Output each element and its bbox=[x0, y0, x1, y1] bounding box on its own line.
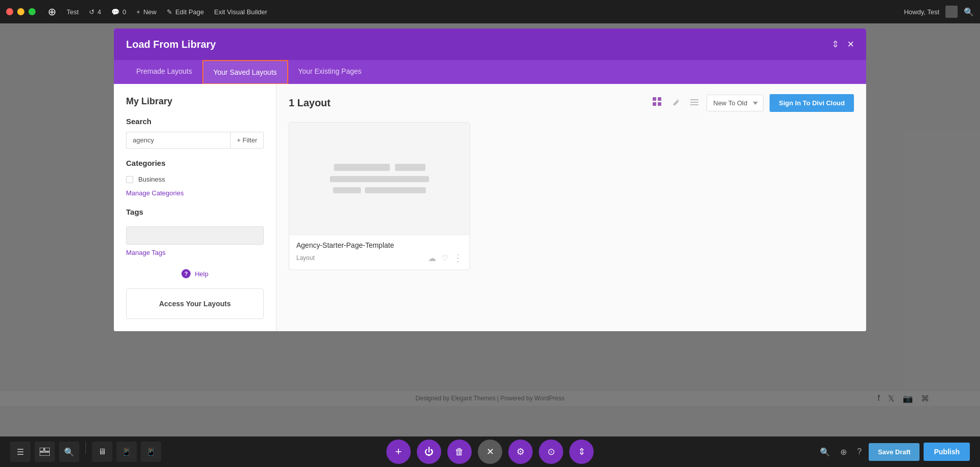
list-icon bbox=[690, 98, 698, 106]
grid-view-button[interactable] bbox=[651, 95, 664, 111]
hamburger-menu-button[interactable]: ☰ bbox=[10, 442, 30, 462]
tab-existing-pages[interactable]: Your Existing Pages bbox=[288, 60, 372, 84]
svg-rect-8 bbox=[45, 448, 50, 451]
new-label: New bbox=[143, 8, 157, 16]
preview-line-2 bbox=[395, 164, 425, 171]
search-elements-button[interactable]: 🔍 bbox=[59, 442, 79, 462]
site-name-item[interactable]: Test bbox=[63, 6, 83, 18]
svg-rect-9 bbox=[40, 452, 50, 456]
categories-title: Categories bbox=[126, 159, 264, 167]
tablet-view-button[interactable]: 📱 bbox=[116, 442, 137, 462]
edit-view-button[interactable] bbox=[670, 96, 682, 110]
search-input[interactable] bbox=[126, 132, 230, 149]
layout-heart-button[interactable]: ♡ bbox=[441, 253, 448, 263]
minimize-window-button[interactable] bbox=[17, 8, 24, 15]
exit-builder-item[interactable]: Exit Visual Builder bbox=[210, 6, 271, 18]
pencil-icon: ✎ bbox=[167, 8, 172, 16]
help-row[interactable]: ? Help bbox=[126, 269, 264, 278]
help-label: Help bbox=[195, 270, 208, 278]
svg-rect-4 bbox=[690, 99, 698, 100]
manage-categories-link[interactable]: Manage Categories bbox=[126, 189, 183, 197]
resize-icon[interactable]: ⇕ bbox=[832, 39, 839, 50]
sort-select[interactable]: New To Old Old To New A to Z Z to A bbox=[707, 95, 763, 111]
layout-more-button[interactable]: ⋮ bbox=[453, 252, 463, 264]
modal-body: My Library Search + Filter Categories Bu… bbox=[114, 84, 866, 331]
user-avatar-icon bbox=[945, 6, 958, 18]
save-button[interactable]: ⊙ bbox=[539, 440, 563, 464]
content-header-actions: New To Old Old To New A to Z Z to A Sign… bbox=[651, 94, 854, 112]
list-view-button[interactable] bbox=[688, 96, 700, 110]
admin-bar-items: ⊕ Test ↺ 4 💬 0 + New ✎ Edit Page Exit Vi… bbox=[44, 4, 896, 20]
svg-rect-2 bbox=[653, 102, 656, 106]
history-button[interactable]: 🗑 bbox=[447, 440, 472, 464]
layout-settings-button[interactable]: ⇕ bbox=[569, 440, 594, 464]
mobile-view-button[interactable]: 📱 bbox=[141, 442, 161, 462]
comments-item[interactable]: 💬 0 bbox=[107, 6, 130, 18]
admin-search-icon[interactable]: 🔍 bbox=[964, 7, 974, 17]
layout-card-info: Agency-Starter-Page-Template Layout ☁ ♡ … bbox=[289, 235, 470, 270]
toolbar-left: ☰ 🔍 🖥 📱 📱 bbox=[10, 442, 161, 462]
modal-tabs: Premade Layouts Your Saved Layouts Your … bbox=[114, 60, 866, 84]
content-header: 1 Layout bbox=[289, 94, 854, 112]
toolbar-center: + ⏻ 🗑 ✕ ⚙ ⊙ ⇕ bbox=[386, 440, 594, 464]
categories-list: Business bbox=[126, 173, 264, 185]
desktop-view-button[interactable]: 🖥 bbox=[92, 442, 112, 462]
layout-card-title: Agency-Starter-Page-Template bbox=[296, 241, 463, 249]
modal-header-actions: ⇕ × bbox=[832, 38, 854, 51]
layout-preview bbox=[289, 123, 470, 235]
close-builder-button[interactable]: ✕ bbox=[478, 440, 502, 464]
settings-button[interactable]: ⚙ bbox=[508, 440, 533, 464]
business-checkbox[interactable] bbox=[126, 176, 133, 183]
admin-bar-right: Howdy, Test 🔍 bbox=[904, 6, 974, 18]
add-element-button[interactable]: + bbox=[386, 440, 411, 464]
business-label: Business bbox=[138, 176, 165, 183]
comments-icon: 💬 bbox=[111, 8, 119, 16]
svg-rect-7 bbox=[40, 448, 44, 451]
maximize-window-button[interactable] bbox=[28, 8, 36, 15]
bottom-toolbar: ☰ 🔍 🖥 📱 📱 + ⏻ 🗑 ✕ ⚙ ⊙ ⇕ 🔍 ⊕ ? Save Draft… bbox=[0, 436, 980, 467]
tags-input[interactable] bbox=[126, 226, 264, 245]
layout-count: 1 Layout bbox=[289, 97, 330, 109]
modal-close-button[interactable]: × bbox=[847, 38, 854, 51]
category-item-business: Business bbox=[126, 173, 264, 185]
library-title: My Library bbox=[126, 96, 264, 107]
divi-cloud-button[interactable]: ⊕ bbox=[837, 444, 850, 460]
exit-builder-label: Exit Visual Builder bbox=[214, 8, 267, 16]
svg-rect-1 bbox=[658, 97, 661, 101]
new-item[interactable]: + New bbox=[132, 6, 161, 18]
layout-card[interactable]: Agency-Starter-Page-Template Layout ☁ ♡ … bbox=[289, 122, 470, 270]
toolbar-right: 🔍 ⊕ ? Save Draft Publish bbox=[817, 443, 970, 461]
preview-line-5 bbox=[365, 187, 426, 193]
plus-icon: + bbox=[136, 8, 140, 16]
search-row: + Filter bbox=[126, 132, 264, 149]
edit-page-item[interactable]: ✎ Edit Page bbox=[163, 6, 208, 18]
svg-rect-3 bbox=[658, 102, 661, 106]
help-button-right[interactable]: ? bbox=[854, 444, 865, 459]
search-button-right[interactable]: 🔍 bbox=[817, 444, 833, 460]
traffic-lights bbox=[6, 8, 36, 15]
howdy-text: Howdy, Test bbox=[904, 8, 939, 16]
save-draft-button[interactable]: Save Draft bbox=[869, 443, 920, 461]
manage-tags-link[interactable]: Manage Tags bbox=[126, 249, 166, 256]
revisions-count: 4 bbox=[98, 8, 101, 16]
revisions-item[interactable]: ↺ 4 bbox=[85, 6, 105, 18]
layout-cloud-button[interactable]: ☁ bbox=[428, 253, 436, 263]
svg-rect-6 bbox=[690, 104, 698, 105]
wireframe-view-button[interactable] bbox=[35, 442, 55, 462]
modal-sidebar: My Library Search + Filter Categories Bu… bbox=[114, 84, 277, 331]
sign-in-divi-cloud-button[interactable]: Sign In To Divi Cloud bbox=[770, 94, 854, 112]
search-label: Search bbox=[126, 117, 264, 126]
layouts-grid: Agency-Starter-Page-Template Layout ☁ ♡ … bbox=[289, 122, 854, 270]
publish-button[interactable]: Publish bbox=[924, 443, 970, 461]
close-window-button[interactable] bbox=[6, 8, 13, 15]
filter-button[interactable]: + Filter bbox=[230, 132, 264, 149]
wp-logo-item[interactable]: ⊕ bbox=[44, 4, 60, 20]
tab-premade-layouts[interactable]: Premade Layouts bbox=[126, 60, 202, 84]
tab-saved-layouts[interactable]: Your Saved Layouts bbox=[202, 60, 288, 84]
modal-header: Load From Library ⇕ × bbox=[114, 28, 866, 60]
modal-overlay: Load From Library ⇕ × Premade Layouts Yo… bbox=[0, 23, 980, 436]
portability-button[interactable]: ⏻ bbox=[417, 440, 441, 464]
modal-content: 1 Layout bbox=[277, 84, 866, 331]
help-icon: ? bbox=[181, 269, 191, 278]
wireframe-icon bbox=[40, 448, 50, 456]
